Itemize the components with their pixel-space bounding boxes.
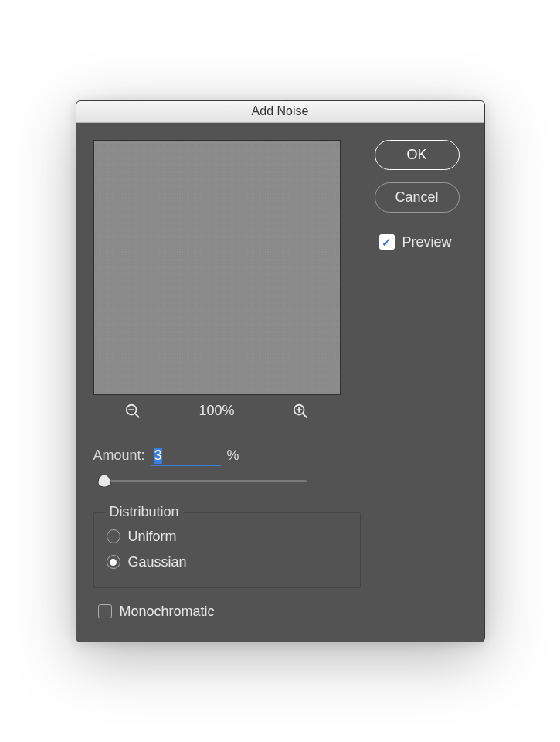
checkbox-icon — [98, 604, 112, 618]
amount-label: Amount: — [93, 448, 145, 464]
radio-label: Uniform — [128, 529, 177, 545]
amount-input[interactable] — [151, 446, 221, 466]
monochromatic-checkbox[interactable]: Monochromatic — [98, 599, 361, 625]
radio-gaussian[interactable]: Gaussian — [107, 550, 348, 575]
radio-label: Gaussian — [128, 554, 187, 570]
ok-button[interactable]: OK — [375, 140, 460, 170]
slider-thumb[interactable] — [97, 475, 111, 490]
radio-icon — [107, 555, 120, 569]
preview-label: Preview — [402, 234, 452, 250]
radio-uniform[interactable]: Uniform — [107, 524, 348, 550]
add-noise-dialog: Add Noise 100% — [76, 100, 485, 642]
titlebar: Add Noise — [76, 101, 484, 123]
checkbox-icon — [379, 234, 395, 250]
preview-checkbox[interactable]: Preview — [379, 230, 467, 255]
radio-icon — [107, 529, 120, 543]
svg-line-4 — [303, 413, 307, 417]
cancel-button[interactable]: Cancel — [375, 182, 460, 213]
amount-unit: % — [227, 448, 239, 464]
amount-slider[interactable] — [98, 477, 307, 494]
preview-image — [93, 140, 341, 395]
svg-line-1 — [134, 413, 139, 417]
checkbox-label: Monochromatic — [120, 604, 215, 620]
dialog-title: Add Noise — [252, 104, 309, 118]
slider-track — [98, 480, 307, 482]
distribution-legend: Distribution — [105, 504, 184, 520]
zoom-out-icon[interactable] — [124, 403, 141, 420]
zoom-level: 100% — [199, 403, 234, 419]
zoom-in-icon[interactable] — [292, 403, 309, 420]
distribution-group: Distribution Uniform Gaussian — [93, 512, 361, 588]
